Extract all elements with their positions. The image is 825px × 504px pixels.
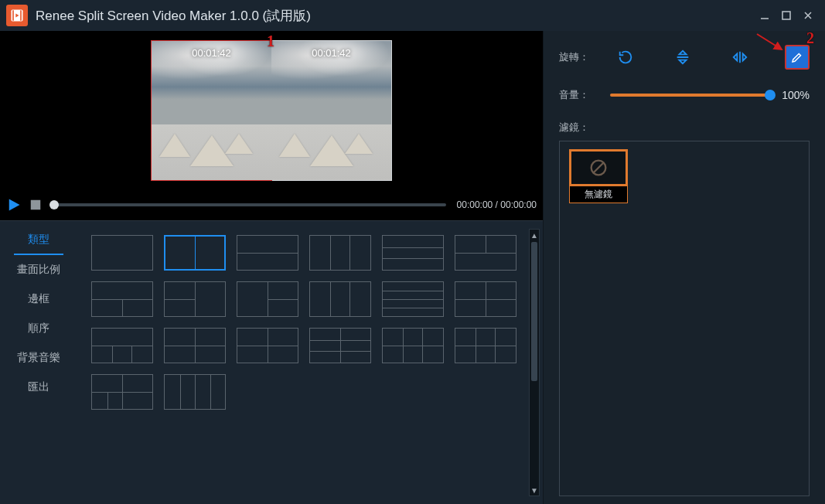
- template-2x2[interactable]: [455, 281, 516, 317]
- close-button[interactable]: [797, 5, 819, 26]
- template-more-5[interactable]: [164, 374, 226, 410]
- template-4row[interactable]: [382, 281, 444, 317]
- template-2x1[interactable]: [237, 235, 298, 271]
- flip-horizontal-button[interactable]: [728, 45, 752, 70]
- template-l-right[interactable]: [164, 281, 226, 317]
- template-l-top[interactable]: [455, 235, 516, 271]
- template-more-3[interactable]: [455, 328, 516, 363]
- tab-order[interactable]: 順序: [0, 314, 77, 343]
- tab-export[interactable]: 匯出: [0, 373, 77, 402]
- template-3col[interactable]: [309, 281, 371, 317]
- filter-none[interactable]: 無濾鏡: [568, 149, 629, 203]
- side-tabs: 類型 畫面比例 邊框 順序 背景音樂 匯出: [0, 221, 77, 504]
- svg-rect-2: [31, 200, 41, 210]
- template-l-left[interactable]: [237, 281, 298, 317]
- template-scrollbar[interactable]: ▲ ▼: [529, 229, 540, 496]
- annotation-1: 1: [267, 32, 274, 50]
- rotate-label: 旋轉：: [559, 50, 605, 64]
- rotate-row: 旋轉： 2: [559, 45, 810, 70]
- preview-area: 00:01:42 00:01:42 1: [0, 31, 543, 189]
- tab-bgm[interactable]: 背景音樂: [0, 343, 77, 373]
- rotate-cw-button[interactable]: [613, 45, 638, 70]
- title-bar: Renee Split Screen Video Maker 1.0.0 (試用…: [0, 0, 825, 31]
- annotation-arrow: [755, 31, 786, 57]
- play-button[interactable]: [6, 197, 22, 213]
- filter-name: 無濾鏡: [569, 186, 628, 203]
- scroll-down-icon[interactable]: ▼: [530, 485, 539, 495]
- template-l-bottom[interactable]: [91, 281, 153, 317]
- volume-row: 音量： 100%: [559, 88, 810, 102]
- maximize-button[interactable]: [776, 5, 797, 26]
- clip-time: 00:01:42: [271, 47, 391, 59]
- template-area: ▲ ▼: [77, 221, 543, 504]
- svg-rect-1: [782, 12, 790, 19]
- app-logo: [6, 5, 28, 26]
- tab-type[interactable]: 類型: [14, 226, 63, 255]
- tab-border[interactable]: 邊框: [0, 284, 77, 314]
- template-more-1[interactable]: [309, 328, 371, 363]
- template-1x2[interactable]: [164, 235, 226, 271]
- filter-label: 濾鏡：: [559, 121, 605, 135]
- volume-slider[interactable]: [610, 94, 771, 97]
- preview-clip-1[interactable]: 00:01:42: [152, 41, 271, 180]
- flip-vertical-button[interactable]: [670, 45, 695, 70]
- app-title: Renee Split Screen Video Maker 1.0.0 (試用…: [36, 7, 754, 25]
- template-mix1[interactable]: [91, 328, 153, 363]
- minimize-button[interactable]: [754, 5, 776, 26]
- time-readout: 00:00:00 / 00:00:00: [457, 199, 537, 210]
- template-3x1[interactable]: [382, 235, 444, 271]
- template-more-4[interactable]: [91, 374, 153, 410]
- no-filter-icon: [569, 149, 628, 186]
- playback-bar: 00:00:00 / 00:00:00: [0, 189, 543, 220]
- filter-list: 無濾鏡: [559, 141, 810, 496]
- clip-time: 00:01:42: [152, 47, 271, 59]
- scroll-thumb[interactable]: [531, 242, 537, 381]
- volume-value: 100%: [782, 89, 810, 101]
- template-mix2[interactable]: [164, 328, 226, 363]
- edit-button[interactable]: [785, 45, 810, 70]
- stop-button[interactable]: [28, 197, 43, 213]
- seek-track[interactable]: [54, 203, 446, 206]
- template-1x3[interactable]: [309, 235, 371, 271]
- template-1x1[interactable]: [91, 235, 153, 271]
- preview-clip-2[interactable]: 00:01:42: [271, 41, 391, 180]
- template-mix3[interactable]: [237, 328, 298, 363]
- scroll-up-icon[interactable]: ▲: [530, 230, 539, 240]
- tab-aspect[interactable]: 畫面比例: [0, 255, 77, 284]
- template-more-2[interactable]: [382, 328, 444, 363]
- annotation-2: 2: [806, 29, 814, 47]
- seek-thumb[interactable]: [49, 200, 59, 209]
- volume-label: 音量：: [559, 88, 605, 102]
- volume-thumb[interactable]: [765, 90, 776, 100]
